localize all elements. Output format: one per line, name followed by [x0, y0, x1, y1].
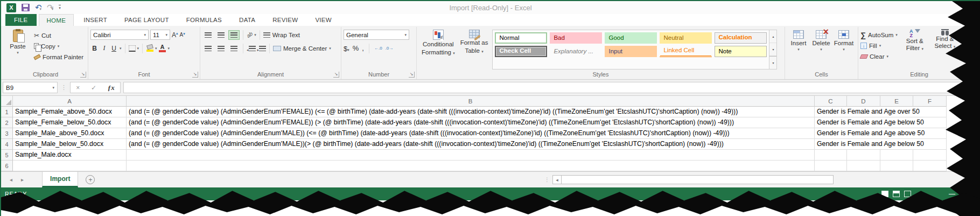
insert-function-icon[interactable]: ƒx	[108, 83, 115, 92]
tab-data[interactable]: DATA	[232, 14, 263, 26]
tab-home[interactable]: HOME	[39, 14, 74, 26]
style-note[interactable]: Note	[715, 46, 767, 57]
decrease-decimal-icon[interactable]: .0→	[386, 46, 394, 51]
tab-view[interactable]: VIEW	[307, 14, 339, 26]
column-header-a[interactable]: A	[13, 96, 127, 107]
name-box[interactable]: B9 ▾	[3, 82, 58, 93]
chevron-down-icon[interactable]: ▾	[254, 33, 256, 37]
delete-button[interactable]: Delete ▾	[810, 28, 832, 71]
sheet-nav-left-icon[interactable]: ◂	[5, 177, 17, 183]
increase-font-button[interactable]: A▴	[172, 31, 178, 39]
splitter-dots-icon[interactable]: ⋮	[60, 84, 67, 91]
format-painter-button[interactable]: Format Painter	[34, 52, 83, 61]
borders-icon[interactable]	[129, 45, 136, 52]
italic-button[interactable]: I	[100, 44, 108, 52]
cell-c4[interactable]: Gender is Female and Age below 50	[815, 139, 947, 150]
top-align-button[interactable]	[202, 30, 214, 40]
underline-button[interactable]: U	[110, 45, 118, 52]
sheet-nav-right-icon[interactable]: ▸	[17, 177, 28, 183]
dialog-launcher-icon[interactable]: ↘	[333, 72, 339, 78]
column-header-b[interactable]: B	[127, 96, 815, 107]
cancel-icon[interactable]: ×	[76, 84, 80, 92]
cell-a5[interactable]: Sample_Male.docx	[13, 150, 127, 161]
middle-align-button[interactable]	[215, 30, 227, 40]
merge-center-button[interactable]: Merge & Center ▾	[273, 41, 331, 55]
redo-button[interactable]: ↷▾	[47, 3, 53, 12]
chevron-down-icon[interactable]: ▾	[168, 46, 170, 51]
row-number[interactable]: 6	[1, 161, 13, 171]
cell-a3[interactable]: Sample_Male_above_50.docx	[13, 128, 127, 139]
format-as-table-button[interactable]: Format as Table ▾	[458, 28, 491, 71]
increase-indent-button[interactable]: ▸	[257, 44, 267, 53]
row-number[interactable]: 3	[1, 128, 13, 139]
bold-button[interactable]: B	[90, 45, 99, 52]
cell-c2[interactable]: Gender is Female and Age below 50	[815, 117, 947, 128]
row-number[interactable]: 5	[1, 150, 13, 161]
cell-a4[interactable]: Sample_Male_below_50.docx	[13, 139, 127, 150]
row-number[interactable]: 1	[1, 107, 13, 117]
cell-b1[interactable]: (and (= (@ genderCode value) (AdminGende…	[127, 107, 815, 117]
format-button[interactable]: Format ▾	[832, 28, 855, 71]
comma-button[interactable]: ,	[362, 44, 364, 52]
cell-d5[interactable]	[847, 150, 880, 161]
sheet-tab-import[interactable]: Import	[42, 172, 78, 187]
cell-b6[interactable]	[127, 161, 815, 171]
select-all-corner[interactable]	[1, 96, 13, 107]
page-layout-view-icon[interactable]	[893, 191, 900, 197]
align-left-button[interactable]	[202, 44, 214, 53]
align-center-button[interactable]	[215, 44, 227, 53]
cell-c6[interactable]	[815, 161, 847, 171]
style-calculation[interactable]: Calculation	[715, 32, 767, 44]
cell-c1[interactable]: Gender is Female and Age over 50	[815, 107, 947, 117]
row-number[interactable]: 4	[1, 139, 13, 150]
tab-file[interactable]: FILE	[5, 14, 37, 26]
scroll-left-icon[interactable]: ◂	[552, 175, 562, 184]
clear-button[interactable]: Clear ▾	[860, 51, 898, 62]
cell-d6[interactable]	[847, 161, 880, 171]
dialog-launcher-icon[interactable]: ↘	[80, 72, 86, 78]
style-bad[interactable]: Bad	[550, 32, 602, 44]
font-color-icon[interactable]: A	[159, 44, 166, 52]
tab-page-layout[interactable]: PAGE LAYOUT	[117, 14, 177, 26]
cell-a2[interactable]: Sample_Female_below_50.docx	[13, 117, 127, 128]
cell-e6[interactable]	[880, 161, 913, 171]
orientation-icon[interactable]: ab	[246, 31, 254, 39]
dialog-launcher-icon[interactable]: ↘	[409, 72, 415, 78]
style-neutral[interactable]: Neutral	[660, 32, 712, 44]
row-number[interactable]: 2	[1, 117, 13, 128]
cell-b3[interactable]: (and (= (@ genderCode value) (AdminGende…	[127, 128, 815, 139]
style-explanatory[interactable]: Explanatory ...	[550, 46, 602, 57]
save-icon[interactable]	[22, 4, 30, 11]
bottom-align-button[interactable]	[228, 30, 240, 40]
cell-e5[interactable]	[880, 150, 913, 161]
cell-c5[interactable]	[815, 150, 847, 161]
style-good[interactable]: Good	[605, 32, 657, 44]
style-check-cell[interactable]: Check Cell	[495, 46, 547, 57]
style-normal[interactable]: Normal	[495, 32, 547, 44]
gallery-scroll-down-icon[interactable]: ▾	[769, 43, 776, 56]
horizontal-scroll-track[interactable]	[562, 175, 834, 184]
font-family-combo[interactable]: Calibri ▾	[90, 30, 149, 40]
column-header-f[interactable]: F	[913, 96, 947, 107]
fill-button[interactable]: ↓ Fill ▾	[860, 40, 898, 51]
column-header-c[interactable]: C	[815, 96, 847, 107]
style-linked-cell[interactable]: Linked Cell	[660, 46, 712, 57]
decrease-indent-button[interactable]: ◂	[247, 44, 256, 53]
horizontal-scrollbar[interactable]: ◂	[552, 175, 834, 184]
cell-b4[interactable]: (and (= (@ genderCode value) (AdminGende…	[127, 139, 815, 150]
column-header-d[interactable]: D	[847, 96, 880, 107]
undo-button[interactable]: ↶▾	[35, 3, 41, 12]
cell-c3[interactable]: Gender is Female and Age above 50	[815, 128, 947, 139]
cell-a6[interactable]	[13, 161, 127, 171]
tab-formulas[interactable]: FORMULAS	[179, 14, 229, 26]
gallery-more-icon[interactable]: ▾	[769, 56, 776, 69]
autosum-button[interactable]: ∑ AutoSum ▾	[860, 30, 898, 40]
tab-review[interactable]: REVIEW	[265, 14, 305, 26]
cell-f5[interactable]	[913, 150, 947, 161]
cut-button[interactable]: ✂ Cut	[34, 31, 83, 40]
insert-button[interactable]: Insert ▾	[787, 28, 810, 71]
fill-color-icon[interactable]	[146, 45, 153, 52]
formula-input[interactable]	[123, 82, 980, 93]
tab-insert[interactable]: INSERT	[76, 14, 115, 26]
chevron-down-icon[interactable]: ▾	[155, 46, 157, 51]
